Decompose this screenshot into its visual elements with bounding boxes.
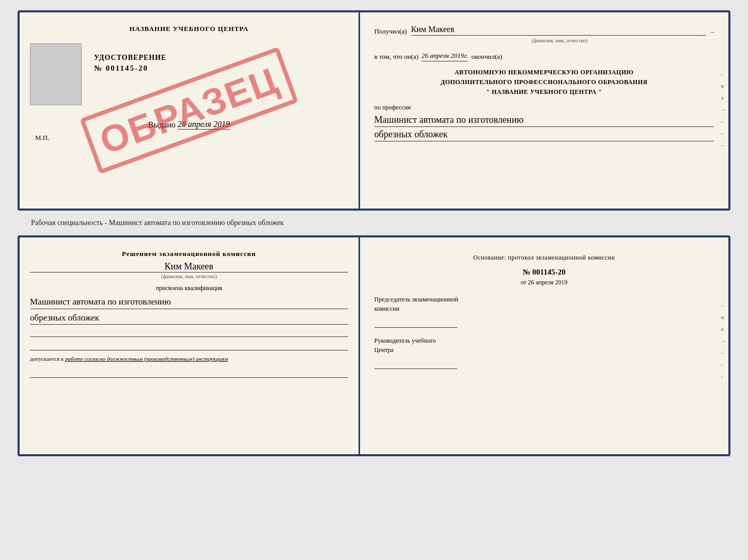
resheniem-text: Решением экзаменационной комиссии xyxy=(30,250,348,258)
ot-date-val: 26 апреля 2019 xyxy=(528,279,567,286)
bottom-name: Ким Макеев xyxy=(30,261,348,273)
poluchil-line: Получил(а) Ким Макеев – xyxy=(375,25,714,36)
bottom-document: Решением экзаменационной комиссии Ким Ма… xyxy=(18,235,730,456)
avtonom-line2: ДОПОЛНИТЕЛЬНОГО ПРОФЕССИОНАЛЬНОГО ОБРАЗО… xyxy=(375,77,714,87)
small-line-2 xyxy=(30,340,348,350)
ot-date: от 26 апреля 2019 xyxy=(375,279,714,286)
between-label: Рабочая специальность - Машинист автомат… xyxy=(31,219,284,227)
predsedatel-line1: Председатель экзаменационной xyxy=(375,295,714,304)
vtom-label: в том, что он(а) xyxy=(375,53,419,61)
predsedatel-block: Председатель экзаменационной комиссии xyxy=(375,295,714,328)
top-doc-right: Получил(а) Ким Макеев – (фамилия, имя, о… xyxy=(360,12,728,209)
small-line-3 xyxy=(30,367,348,378)
ot-label: от xyxy=(521,279,526,286)
dopusk-prefix: допускается к xyxy=(30,356,64,362)
rukovoditel-sign-line xyxy=(375,357,457,369)
avtonom-block: АВТОНОМНУЮ НЕКОММЕРЧЕСКУЮ ОРГАНИЗАЦИЮ ДО… xyxy=(375,68,714,98)
profession-line2: обрезных обложек xyxy=(375,128,714,141)
cert-details: УДОСТОВЕРЕНИЕ № 001145-20 xyxy=(94,54,166,73)
okonchil-label: окончил(а) xyxy=(471,53,502,61)
side-marks-bottom: – и а ← – – – xyxy=(721,302,726,379)
po-professii-label: по профессии xyxy=(375,104,714,111)
prisvoena-label: присвоена квалификация xyxy=(30,284,348,292)
dopusk-text: допускается к работе согласно должностны… xyxy=(30,355,348,363)
bottom-doc-left: Решением экзаменационной комиссии Ким Ма… xyxy=(20,237,360,454)
dopusk-italic: работе согласно должностным (производств… xyxy=(65,356,228,362)
udostoverenie-title: УДОСТОВЕРЕНИЕ xyxy=(94,54,166,62)
udostoverenie-number: № 001145-20 xyxy=(94,64,166,73)
mp-line: М.П. xyxy=(30,134,348,142)
bottom-doc-right: Основание: протокол экзаменационной коми… xyxy=(360,237,728,454)
poluchil-dash: – xyxy=(710,27,714,36)
vydano-row: Выдано 26 апреля 2019 xyxy=(148,120,230,130)
poluchil-name: Ким Макеев xyxy=(411,25,707,36)
kvalif-line1: Машинист автомата по изготовлению xyxy=(30,295,348,309)
vtom-date: 26 апреля 2019г. xyxy=(422,52,468,61)
avtonom-line3: " НАЗВАНИЕ УЧЕБНОГО ЦЕНТРА " xyxy=(375,87,714,97)
small-line-1 xyxy=(30,327,348,337)
poluchil-label: Получил(а) xyxy=(375,27,407,36)
predsedatel-line2: комиссии xyxy=(375,304,714,313)
top-document: НАЗВАНИЕ УЧЕБНОГО ЦЕНТРА УДОСТОВЕРЕНИЕ №… xyxy=(18,10,730,211)
rukovoditel-line1: Руководитель учебного xyxy=(375,336,714,345)
avtonom-line1: АВТОНОМНУЮ НЕКОММЕРЧЕСКУЮ ОРГАНИЗАЦИЮ xyxy=(375,68,714,77)
osnovanie-text: Основание: протокол экзаменационной коми… xyxy=(375,254,714,262)
protocol-number: № 001145-20 xyxy=(375,268,714,277)
predsedatel-sign-line xyxy=(375,315,457,328)
school-name-top: НАЗВАНИЕ УЧЕБНОГО ЦЕНТРА xyxy=(130,25,249,33)
photo-placeholder xyxy=(30,43,82,105)
vydano-label: Выдано xyxy=(148,120,176,130)
kvalif-line2: обрезных обложек xyxy=(30,311,348,325)
vtom-line: в том, что он(а) 26 апреля 2019г. окончи… xyxy=(375,52,714,61)
fio-label-top: (фамилия, имя, отчество) xyxy=(406,38,714,43)
vydano-date: 26 апреля 2019 xyxy=(178,120,230,130)
profession-line1: Машинист автомата по изготовлению xyxy=(375,114,714,127)
rukovoditel-block: Руководитель учебного Центра xyxy=(375,336,714,369)
rukovoditel-line2: Центра xyxy=(375,345,714,355)
top-doc-left: НАЗВАНИЕ УЧЕБНОГО ЦЕНТРА УДОСТОВЕРЕНИЕ №… xyxy=(20,12,360,209)
side-marks-top: – и а ← – – – xyxy=(721,71,726,148)
bottom-right-content: Основание: протокол экзаменационной коми… xyxy=(375,250,714,369)
fio-small: (фамилия, имя, отчество) xyxy=(30,274,348,279)
